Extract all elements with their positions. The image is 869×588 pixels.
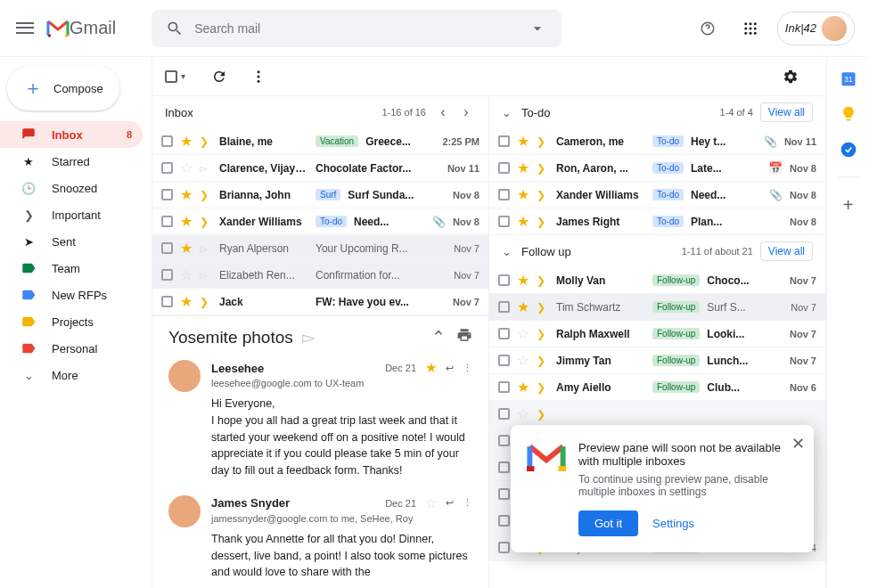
collapse-icon[interactable]: ⌃ (431, 327, 446, 347)
reply-icon[interactable]: ↩ (446, 363, 454, 374)
row-checkbox[interactable] (498, 542, 510, 553)
close-icon[interactable]: ✕ (791, 434, 805, 453)
nav-item-projects[interactable]: Projects (0, 308, 143, 335)
message-star-icon[interactable]: ☆ (425, 495, 437, 511)
star-icon[interactable]: ★ (517, 159, 529, 176)
important-icon[interactable]: ❯ (537, 274, 549, 287)
calendar-icon[interactable]: 31 (840, 69, 857, 87)
star-icon[interactable]: ★ (517, 379, 529, 396)
star-icon[interactable]: ★ (180, 213, 193, 230)
select-all-checkbox[interactable] (165, 70, 177, 83)
star-icon[interactable]: ☆ (180, 266, 193, 283)
settings-link[interactable]: Settings (652, 517, 694, 530)
section-header[interactable]: ⌄ Follow up 1-11 of about 21 View all (489, 235, 825, 267)
nav-item-personal[interactable]: Personal (0, 335, 143, 362)
star-icon[interactable]: ★ (517, 272, 529, 289)
row-checkbox[interactable] (161, 135, 173, 147)
row-checkbox[interactable] (498, 381, 510, 393)
important-icon[interactable]: ❯ (537, 162, 549, 175)
email-row[interactable]: ★ ▻ Ryan Alperson Your Upcoming R... Nov… (152, 235, 488, 262)
email-row[interactable]: ★ ❯ Molly Van Follow-up Choco... Nov 7 (489, 267, 825, 294)
star-icon[interactable]: ☆ (517, 405, 529, 422)
thread-message[interactable]: James Snyder Dec 21 ☆ ↩ ⋮ jamessnyder@go… (168, 495, 472, 581)
view-all-link[interactable]: View all (760, 102, 813, 122)
email-row[interactable]: ★ ❯ Blaine, me Vacation Greece... 2:25 P… (152, 128, 488, 155)
row-checkbox[interactable] (498, 301, 510, 313)
email-row[interactable]: ☆ ❯ (489, 401, 825, 428)
menu-icon[interactable] (14, 18, 36, 39)
row-checkbox[interactable] (498, 435, 510, 446)
important-icon[interactable]: ❯ (200, 189, 212, 201)
email-row[interactable]: ★ ❯ James Right To-do Plan... Nov 8 (489, 208, 825, 235)
email-row[interactable]: ★ ❯ Tim Schwartz Follow-up Surf S... Nov… (489, 294, 825, 321)
compose-button[interactable]: ＋ Compose (7, 66, 119, 110)
important-icon[interactable]: ❯ (537, 328, 549, 340)
nav-item-snoozed[interactable]: 🕒Snoozed (0, 175, 143, 201)
important-icon[interactable]: ❯ (537, 135, 549, 148)
important-icon[interactable]: ❯ (200, 296, 212, 308)
nav-item-starred[interactable]: ★Starred (0, 148, 143, 175)
row-checkbox[interactable] (498, 189, 510, 200)
tasks-icon[interactable] (840, 141, 857, 159)
email-row[interactable]: ★ ❯ Amy Aiello Follow-up Club... Nov 6 (489, 374, 825, 401)
nav-item-sent[interactable]: ➤Sent (0, 228, 143, 255)
important-icon[interactable]: ▻ (200, 242, 212, 255)
thread-message[interactable]: Leesehee Dec 21 ★ ↩ ⋮ leesehee@google.co… (168, 360, 472, 479)
row-checkbox[interactable] (498, 461, 510, 473)
star-icon[interactable]: ☆ (517, 352, 529, 369)
addons-icon[interactable]: + (843, 195, 854, 216)
help-icon[interactable] (692, 12, 724, 45)
search-input[interactable] (194, 21, 528, 36)
star-icon[interactable]: ★ (180, 293, 193, 310)
email-row[interactable]: ★ ❯ Xander Williams To-do Need... 📎 Nov … (152, 208, 488, 235)
email-row[interactable]: ★ ❯ Xander Williams To-do Need... 📎 Nov … (489, 182, 825, 208)
important-icon[interactable]: ❯ (537, 408, 549, 421)
row-checkbox[interactable] (498, 488, 510, 500)
message-more-icon[interactable]: ⋮ (463, 363, 472, 374)
row-checkbox[interactable] (498, 135, 510, 147)
email-row[interactable]: ★ ❯ Cameron, me To-do Hey t... 📎 Nov 11 (489, 128, 825, 155)
star-icon[interactable]: ★ (517, 186, 529, 203)
important-icon[interactable]: ❯ (537, 381, 549, 394)
important-icon[interactable]: ❯ (537, 216, 549, 228)
got-it-button[interactable]: Got it (578, 510, 638, 536)
row-checkbox[interactable] (161, 162, 173, 174)
star-icon[interactable]: ★ (180, 186, 193, 203)
row-checkbox[interactable] (161, 216, 173, 227)
row-checkbox[interactable] (161, 269, 173, 281)
search-bar[interactable] (152, 10, 562, 47)
important-icon[interactable]: ❯ (537, 355, 549, 367)
chevron-down-icon[interactable]: ⌄ (502, 245, 516, 258)
row-checkbox[interactable] (498, 355, 510, 366)
email-row[interactable]: ★ ❯ Brianna, John Surf Surf Sunda... Nov… (152, 182, 488, 208)
row-checkbox[interactable] (498, 274, 510, 286)
email-row[interactable]: ☆ ❯ Ralph Maxwell Follow-up Looki... Nov… (489, 321, 825, 347)
important-icon[interactable]: ❯ (200, 216, 212, 228)
nav-item-new-rfps[interactable]: New RFPs (0, 282, 143, 308)
nav-item-important[interactable]: ❯Important (0, 201, 143, 228)
important-icon[interactable]: ❯ (200, 135, 212, 148)
next-page-icon[interactable]: › (456, 102, 476, 122)
nav-item-inbox[interactable]: Inbox8 (0, 121, 143, 148)
more-icon[interactable] (242, 61, 275, 93)
select-dropdown-icon[interactable]: ▾ (181, 71, 185, 81)
label-icon[interactable]: ▻ (302, 327, 316, 347)
important-icon[interactable]: ❯ (537, 189, 549, 201)
row-checkbox[interactable] (498, 515, 510, 527)
email-row[interactable]: ☆ ▻ Elizabeth Ren... Confirmation for...… (152, 262, 488, 289)
view-all-link[interactable]: View all (760, 241, 813, 261)
keep-icon[interactable] (840, 105, 857, 123)
important-icon[interactable]: ❯ (537, 301, 549, 314)
prev-page-icon[interactable]: ‹ (433, 102, 453, 122)
settings-icon[interactable] (775, 61, 807, 93)
message-star-icon[interactable]: ★ (425, 360, 437, 376)
row-checkbox[interactable] (498, 408, 510, 420)
row-checkbox[interactable] (498, 328, 510, 339)
email-row[interactable]: ★ ❯ Ron, Aaron, ... To-do Late... 📅 Nov … (489, 155, 825, 182)
star-icon[interactable]: ★ (517, 213, 529, 230)
row-checkbox[interactable] (498, 216, 510, 227)
message-more-icon[interactable]: ⋮ (463, 497, 472, 509)
row-checkbox[interactable] (161, 189, 173, 200)
logo[interactable]: Gmail (46, 18, 116, 38)
star-icon[interactable]: ★ (180, 240, 193, 257)
